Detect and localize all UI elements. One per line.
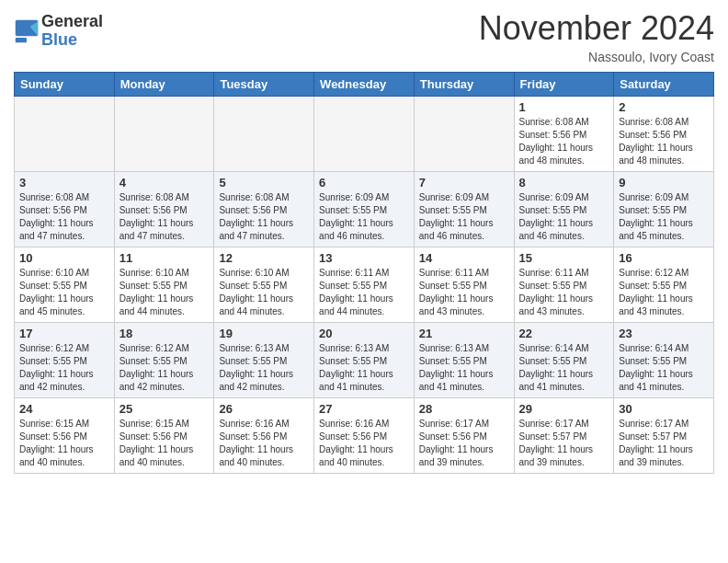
- table-row: 30Sunrise: 6:17 AM Sunset: 5:57 PM Dayli…: [614, 398, 714, 474]
- day-info: Sunrise: 6:09 AM Sunset: 5:55 PM Dayligh…: [619, 191, 709, 243]
- day-info: Sunrise: 6:12 AM Sunset: 5:55 PM Dayligh…: [19, 342, 109, 394]
- table-row: 18Sunrise: 6:12 AM Sunset: 5:55 PM Dayli…: [114, 323, 214, 398]
- calendar-week-row: 10Sunrise: 6:10 AM Sunset: 5:55 PM Dayli…: [15, 247, 714, 323]
- table-row: 23Sunrise: 6:14 AM Sunset: 5:55 PM Dayli…: [614, 323, 714, 398]
- day-number: 24: [19, 402, 109, 416]
- table-row: 28Sunrise: 6:17 AM Sunset: 5:56 PM Dayli…: [414, 398, 514, 474]
- table-row: 15Sunrise: 6:11 AM Sunset: 5:55 PM Dayli…: [514, 247, 614, 323]
- day-number: 10: [19, 251, 109, 265]
- day-info: Sunrise: 6:13 AM Sunset: 5:55 PM Dayligh…: [419, 342, 509, 394]
- calendar-header-row: Sunday Monday Tuesday Wednesday Thursday…: [15, 73, 714, 97]
- svg-rect-2: [16, 38, 27, 42]
- table-row: 3Sunrise: 6:08 AM Sunset: 5:56 PM Daylig…: [15, 172, 115, 247]
- day-info: Sunrise: 6:09 AM Sunset: 5:55 PM Dayligh…: [519, 191, 609, 243]
- header-thursday: Thursday: [414, 73, 514, 97]
- day-number: 20: [319, 327, 409, 340]
- day-info: Sunrise: 6:17 AM Sunset: 5:57 PM Dayligh…: [619, 418, 709, 469]
- day-info: Sunrise: 6:11 AM Sunset: 5:55 PM Dayligh…: [319, 267, 409, 318]
- calendar-week-row: 1Sunrise: 6:08 AM Sunset: 5:56 PM Daylig…: [15, 97, 714, 172]
- header-saturday: Saturday: [614, 73, 714, 97]
- table-row: 5Sunrise: 6:08 AM Sunset: 5:56 PM Daylig…: [214, 172, 314, 247]
- day-number: 18: [119, 327, 210, 340]
- calendar-week-row: 3Sunrise: 6:08 AM Sunset: 5:56 PM Daylig…: [15, 172, 714, 247]
- table-row: 1Sunrise: 6:08 AM Sunset: 5:56 PM Daylig…: [514, 97, 614, 172]
- day-info: Sunrise: 6:16 AM Sunset: 5:56 PM Dayligh…: [219, 418, 309, 469]
- day-info: Sunrise: 6:15 AM Sunset: 5:56 PM Dayligh…: [19, 418, 109, 469]
- day-number: 29: [519, 402, 609, 416]
- table-row: 19Sunrise: 6:13 AM Sunset: 5:55 PM Dayli…: [214, 323, 314, 398]
- table-row: [214, 97, 314, 172]
- table-row: 4Sunrise: 6:08 AM Sunset: 5:56 PM Daylig…: [114, 172, 214, 247]
- calendar-week-row: 24Sunrise: 6:15 AM Sunset: 5:56 PM Dayli…: [15, 398, 714, 474]
- day-info: Sunrise: 6:12 AM Sunset: 5:55 PM Dayligh…: [119, 342, 210, 394]
- table-row: 17Sunrise: 6:12 AM Sunset: 5:55 PM Dayli…: [15, 323, 115, 398]
- header-friday: Friday: [514, 73, 614, 97]
- day-info: Sunrise: 6:12 AM Sunset: 5:55 PM Dayligh…: [619, 267, 709, 318]
- day-info: Sunrise: 6:08 AM Sunset: 5:56 PM Dayligh…: [519, 116, 609, 167]
- day-number: 23: [619, 327, 709, 340]
- table-row: 26Sunrise: 6:16 AM Sunset: 5:56 PM Dayli…: [214, 398, 314, 474]
- day-number: 11: [119, 251, 210, 265]
- day-number: 15: [519, 251, 609, 265]
- table-row: 22Sunrise: 6:14 AM Sunset: 5:55 PM Dayli…: [514, 323, 614, 398]
- logo-icon: [14, 18, 40, 44]
- logo: General Blue: [14, 13, 103, 50]
- day-number: 8: [519, 176, 609, 190]
- table-row: [15, 97, 115, 172]
- header-wednesday: Wednesday: [314, 73, 415, 97]
- header-sunday: Sunday: [15, 73, 115, 97]
- table-row: 21Sunrise: 6:13 AM Sunset: 5:55 PM Dayli…: [414, 323, 514, 398]
- table-row: [414, 97, 514, 172]
- table-row: [114, 97, 214, 172]
- day-number: 17: [19, 327, 109, 340]
- day-number: 26: [219, 402, 309, 416]
- month-title: November 2024: [479, 9, 714, 48]
- day-info: Sunrise: 6:10 AM Sunset: 5:55 PM Dayligh…: [119, 267, 210, 318]
- day-number: 19: [219, 327, 309, 340]
- day-info: Sunrise: 6:11 AM Sunset: 5:55 PM Dayligh…: [419, 267, 509, 318]
- day-number: 27: [319, 402, 409, 416]
- day-number: 25: [119, 402, 210, 416]
- table-row: 9Sunrise: 6:09 AM Sunset: 5:55 PM Daylig…: [614, 172, 714, 247]
- day-info: Sunrise: 6:08 AM Sunset: 5:56 PM Dayligh…: [119, 191, 210, 243]
- day-number: 3: [19, 176, 109, 190]
- table-row: 2Sunrise: 6:08 AM Sunset: 5:56 PM Daylig…: [614, 97, 714, 172]
- table-row: 13Sunrise: 6:11 AM Sunset: 5:55 PM Dayli…: [314, 247, 415, 323]
- day-number: 5: [219, 176, 309, 190]
- day-info: Sunrise: 6:08 AM Sunset: 5:56 PM Dayligh…: [619, 116, 709, 167]
- title-area: November 2024 Nassoulo, Ivory Coast: [479, 9, 714, 64]
- day-info: Sunrise: 6:15 AM Sunset: 5:56 PM Dayligh…: [119, 418, 210, 469]
- location: Nassoulo, Ivory Coast: [479, 50, 714, 64]
- day-info: Sunrise: 6:14 AM Sunset: 5:55 PM Dayligh…: [519, 342, 609, 394]
- table-row: 20Sunrise: 6:13 AM Sunset: 5:55 PM Dayli…: [314, 323, 415, 398]
- day-info: Sunrise: 6:09 AM Sunset: 5:55 PM Dayligh…: [419, 191, 509, 243]
- calendar-table: Sunday Monday Tuesday Wednesday Thursday…: [14, 72, 714, 474]
- table-row: 7Sunrise: 6:09 AM Sunset: 5:55 PM Daylig…: [414, 172, 514, 247]
- day-number: 9: [619, 176, 709, 190]
- day-info: Sunrise: 6:16 AM Sunset: 5:56 PM Dayligh…: [319, 418, 409, 469]
- table-row: 16Sunrise: 6:12 AM Sunset: 5:55 PM Dayli…: [614, 247, 714, 323]
- header-monday: Monday: [114, 73, 214, 97]
- day-number: 16: [619, 251, 709, 265]
- table-row: 27Sunrise: 6:16 AM Sunset: 5:56 PM Dayli…: [314, 398, 415, 474]
- day-info: Sunrise: 6:08 AM Sunset: 5:56 PM Dayligh…: [219, 191, 309, 243]
- day-number: 28: [419, 402, 509, 416]
- day-number: 2: [619, 100, 709, 114]
- table-row: 10Sunrise: 6:10 AM Sunset: 5:55 PM Dayli…: [15, 247, 115, 323]
- table-row: 8Sunrise: 6:09 AM Sunset: 5:55 PM Daylig…: [514, 172, 614, 247]
- logo-general: General: [41, 13, 103, 31]
- table-row: 6Sunrise: 6:09 AM Sunset: 5:55 PM Daylig…: [314, 172, 415, 247]
- day-number: 13: [319, 251, 409, 265]
- day-number: 30: [619, 402, 709, 416]
- day-info: Sunrise: 6:13 AM Sunset: 5:55 PM Dayligh…: [219, 342, 309, 394]
- day-number: 7: [419, 176, 509, 190]
- logo-blue: Blue: [41, 31, 103, 50]
- day-info: Sunrise: 6:14 AM Sunset: 5:55 PM Dayligh…: [619, 342, 709, 394]
- day-info: Sunrise: 6:11 AM Sunset: 5:55 PM Dayligh…: [519, 267, 609, 318]
- table-row: [314, 97, 415, 172]
- table-row: 11Sunrise: 6:10 AM Sunset: 5:55 PM Dayli…: [114, 247, 214, 323]
- day-number: 6: [319, 176, 409, 190]
- day-number: 22: [519, 327, 609, 340]
- day-number: 12: [219, 251, 309, 265]
- table-row: 29Sunrise: 6:17 AM Sunset: 5:57 PM Dayli…: [514, 398, 614, 474]
